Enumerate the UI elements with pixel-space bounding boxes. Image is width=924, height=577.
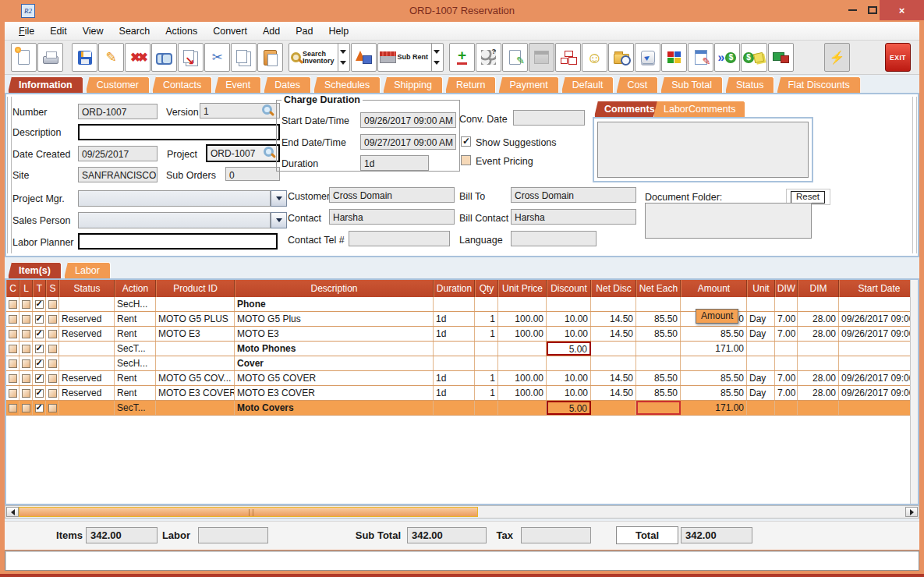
cell[interactable]: 28.00: [798, 371, 839, 385]
cell[interactable]: 7.00: [775, 371, 798, 385]
tab-cost[interactable]: Cost: [616, 76, 658, 93]
cell[interactable]: [775, 297, 798, 311]
cell[interactable]: Moto Phones: [235, 342, 434, 356]
cell[interactable]: 1: [475, 327, 498, 341]
cell[interactable]: Reserved: [59, 386, 115, 400]
cell[interactable]: [775, 401, 798, 415]
row-checkbox-t[interactable]: [35, 330, 44, 338]
row-checkbox-t[interactable]: [35, 315, 44, 324]
cell[interactable]: [156, 356, 235, 370]
delete-button[interactable]: ✖✖: [125, 43, 150, 72]
table-row[interactable]: SecT...Moto Phones5.00171.00: [6, 342, 918, 356]
cell[interactable]: [591, 297, 636, 311]
bill-contact-field[interactable]: Harsha: [511, 209, 636, 225]
paste-button[interactable]: [257, 43, 283, 72]
cell[interactable]: 28.00: [798, 327, 839, 341]
bill-to-field[interactable]: Cross Domain: [511, 187, 636, 203]
cell[interactable]: Reserved: [59, 371, 115, 385]
search-inventory-button[interactable]: SearchInventory: [289, 43, 350, 72]
cell[interactable]: Rent: [115, 312, 156, 326]
copy-to-button[interactable]: ↘: [178, 43, 204, 72]
cell[interactable]: Moto Covers: [235, 401, 434, 415]
cell[interactable]: 100.00: [498, 386, 547, 400]
cell[interactable]: SecH...: [115, 356, 156, 370]
cell[interactable]: 1: [475, 386, 498, 400]
sub-rent-button[interactable]: Sub Rent: [377, 43, 444, 72]
save-button[interactable]: [72, 43, 97, 72]
cell[interactable]: 85.50: [636, 312, 681, 326]
column-header-unit-price[interactable]: Unit Price: [498, 280, 547, 297]
cell[interactable]: Day: [747, 327, 775, 341]
column-header-net-disc[interactable]: Net Disc: [591, 280, 636, 297]
cell[interactable]: Day: [747, 371, 775, 385]
cell[interactable]: 1d: [434, 371, 475, 385]
version-search-icon[interactable]: [262, 104, 272, 115]
cell[interactable]: [775, 342, 798, 356]
menu-edit[interactable]: Edit: [42, 23, 75, 39]
row-checkbox-l[interactable]: [22, 300, 30, 309]
cell[interactable]: 09/26/2017 09:00: [839, 386, 919, 400]
table-row[interactable]: ReservedRentMOTO E3 COVERMOTO E3 COVER1d…: [6, 386, 918, 401]
row-checkbox-t[interactable]: [35, 359, 44, 368]
cell[interactable]: 100.00: [498, 327, 547, 341]
scrollbar-thumb[interactable]: [19, 507, 478, 517]
row-checkbox-l[interactable]: [22, 389, 30, 398]
edit-button[interactable]: ✎: [98, 43, 124, 72]
cell[interactable]: 10.00: [547, 386, 591, 400]
row-checkbox-c[interactable]: [9, 359, 17, 368]
cell[interactable]: [798, 401, 839, 415]
cell[interactable]: Rent: [115, 386, 156, 400]
cell[interactable]: [591, 342, 636, 356]
cell[interactable]: 1d: [434, 386, 475, 400]
cell[interactable]: [636, 401, 681, 415]
cell[interactable]: Rent: [115, 371, 156, 385]
cell[interactable]: [636, 356, 681, 370]
tab-flat-discounts[interactable]: Flat Discounts: [777, 76, 860, 93]
cell[interactable]: 7.00: [775, 327, 798, 341]
tab-information[interactable]: Information: [8, 76, 83, 93]
cell[interactable]: Phone: [235, 297, 434, 311]
tab-status[interactable]: Status: [725, 76, 774, 93]
cell[interactable]: [636, 342, 681, 356]
form-edit-button[interactable]: [688, 43, 713, 72]
cell[interactable]: MOTO G5 PLUS: [156, 312, 235, 326]
tab-dates[interactable]: Dates: [264, 76, 311, 93]
cell[interactable]: [498, 401, 547, 415]
cell[interactable]: Cover: [235, 356, 434, 370]
cell[interactable]: [59, 342, 115, 356]
labor-planner-field[interactable]: [78, 233, 278, 250]
table-row[interactable]: SecH...Cover: [6, 356, 918, 371]
row-checkbox-t[interactable]: [35, 404, 44, 412]
row-checkbox-c[interactable]: [9, 315, 17, 324]
row-checkbox-t[interactable]: [35, 374, 44, 383]
close-button[interactable]: ×: [880, 0, 924, 20]
cell[interactable]: [839, 356, 919, 370]
cell[interactable]: MOTO E3: [156, 327, 235, 341]
menu-view[interactable]: View: [75, 23, 112, 39]
cell[interactable]: [434, 297, 475, 311]
cell[interactable]: 28.00: [798, 312, 839, 326]
cell[interactable]: 1d: [434, 327, 475, 341]
tab-payment[interactable]: Payment: [498, 76, 558, 93]
tab-default[interactable]: Default: [561, 76, 614, 93]
cut-button[interactable]: ✂: [204, 43, 230, 72]
cell[interactable]: [475, 401, 498, 415]
sub-orders-field[interactable]: 0: [225, 167, 280, 181]
horizontal-scrollbar[interactable]: [5, 505, 919, 519]
cell[interactable]: 1d: [434, 312, 475, 326]
tab-schedules[interactable]: Schedules: [313, 76, 381, 93]
cell[interactable]: 100.00: [498, 312, 547, 326]
contact-field[interactable]: Harsha: [329, 209, 455, 225]
column-header-t[interactable]: T: [33, 280, 46, 297]
scroll-left-button[interactable]: [6, 507, 19, 517]
cell[interactable]: [498, 342, 547, 356]
reset-button[interactable]: Reset: [791, 191, 825, 204]
row-checkbox-l[interactable]: [22, 315, 30, 324]
cell[interactable]: MOTO G5 COV...: [156, 371, 235, 385]
sub-rent-dropdown[interactable]: [431, 44, 441, 71]
language-field[interactable]: [511, 231, 597, 246]
column-header-product-id[interactable]: Product ID: [156, 280, 235, 297]
tab-event[interactable]: Event: [214, 76, 261, 93]
cell[interactable]: 85.50: [636, 386, 681, 400]
column-header-discount[interactable]: Discount: [547, 280, 591, 297]
